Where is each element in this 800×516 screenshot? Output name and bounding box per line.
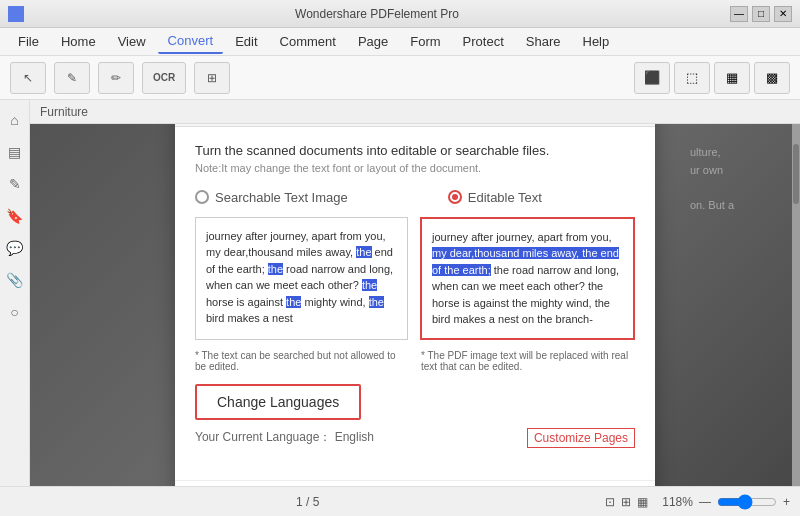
statusbar-right: ⊡ ⊞ ▦ 118% — +: [605, 494, 790, 510]
note-editable: * The PDF image text will be replaced wi…: [421, 350, 635, 372]
sidebar: ⌂ ▤ ✎ 🔖 💬 📎 ○: [0, 100, 30, 486]
breadcrumb-text: Furniture: [40, 105, 88, 119]
restore-btn[interactable]: □: [752, 6, 770, 22]
preview-notes: * The text can be searched but not allow…: [195, 350, 635, 372]
document-area: ulture, ur own on. But a ▤ Optic: [30, 124, 800, 486]
dialog-note: Note:It may change the text font or layo…: [195, 162, 635, 174]
menu-view[interactable]: View: [108, 30, 156, 53]
zoom-level: 118%: [662, 495, 693, 509]
sidebar-attach-icon[interactable]: 📎: [3, 268, 27, 292]
sidebar-edit-icon[interactable]: ✎: [3, 172, 27, 196]
menu-share[interactable]: Share: [516, 30, 571, 53]
layout-btn2[interactable]: ⊞: [621, 495, 631, 509]
close-btn[interactable]: ✕: [774, 6, 792, 22]
sidebar-bookmark-icon[interactable]: 🔖: [3, 204, 27, 228]
window-controls: — □ ✕: [730, 6, 792, 22]
annotate-btn[interactable]: ✏: [98, 62, 134, 94]
select-tool-btn[interactable]: ↖: [10, 62, 46, 94]
dialog-footer: CANCEL OK: [175, 480, 655, 487]
menu-edit[interactable]: Edit: [225, 30, 267, 53]
toolbar-right-btn1[interactable]: ⬛: [634, 62, 670, 94]
titlebar: Wondershare PDFelement Pro — □ ✕: [0, 0, 800, 28]
toolbar-right-btn3[interactable]: ▦: [714, 62, 750, 94]
preview-area: journey after journey, apart from you, m…: [195, 217, 635, 340]
breadcrumb-bar: Furniture: [30, 100, 800, 124]
menubar: File Home View Convert Edit Comment Page…: [0, 28, 800, 56]
dialog-body: Turn the scanned documents into editable…: [175, 127, 655, 480]
dialog-overlay: ▤ Optical Character Recognition (OCR) ✕ …: [30, 124, 800, 486]
sidebar-page-icon[interactable]: ▤: [3, 140, 27, 164]
radio-editable[interactable]: [448, 190, 462, 204]
minimize-btn[interactable]: —: [730, 6, 748, 22]
preview-searchable: journey after journey, apart from you, m…: [195, 217, 408, 340]
menu-comment[interactable]: Comment: [270, 30, 346, 53]
current-lang-value: English: [335, 430, 374, 444]
menu-file[interactable]: File: [8, 30, 49, 53]
radio-searchable[interactable]: [195, 190, 209, 204]
window-title: Wondershare PDFelement Pro: [24, 7, 730, 21]
ocr-btn[interactable]: OCR: [142, 62, 186, 94]
titlebar-left: [8, 6, 24, 22]
menu-form[interactable]: Form: [400, 30, 450, 53]
sidebar-search-icon[interactable]: ○: [3, 300, 27, 324]
option-searchable-label: Searchable Text Image: [215, 190, 348, 205]
dialog-description: Turn the scanned documents into editable…: [195, 143, 635, 158]
preview2-text-start: journey after journey, apart from you,: [432, 231, 612, 243]
menu-help[interactable]: Help: [573, 30, 620, 53]
sidebar-home-icon[interactable]: ⌂: [3, 108, 27, 132]
app-icon: [8, 6, 24, 22]
menu-protect[interactable]: Protect: [453, 30, 514, 53]
zoom-in-btn[interactable]: +: [783, 495, 790, 509]
preview1-highlight5: the: [369, 296, 384, 308]
toolbar: ↖ ✎ ✏ OCR ⊞ ⬛ ⬚ ▦ ▩: [0, 56, 800, 100]
option-editable-label: Editable Text: [468, 190, 542, 205]
statusbar: 1 / 5 ⊡ ⊞ ▦ 118% — +: [0, 486, 800, 516]
toolbar-right-btn4[interactable]: ▩: [754, 62, 790, 94]
option-searchable[interactable]: Searchable Text Image: [195, 190, 348, 205]
customize-pages-link[interactable]: Customize Pages: [527, 428, 635, 448]
preview1-highlight4: the: [286, 296, 301, 308]
preview1-highlight3: the: [362, 279, 377, 291]
ocr-options: Searchable Text Image Editable Text: [195, 190, 635, 205]
sidebar-comment-icon[interactable]: 💬: [3, 236, 27, 260]
layout-btn1[interactable]: ⊡: [605, 495, 615, 509]
toolbar-extra-btn[interactable]: ⊞: [194, 62, 230, 94]
option-editable[interactable]: Editable Text: [448, 190, 542, 205]
preview1-highlight1: the: [356, 246, 371, 258]
change-languages-btn[interactable]: Change Languages: [195, 384, 361, 420]
preview-editable: journey after journey, apart from you, m…: [420, 217, 635, 340]
preview1-highlight2: the: [268, 263, 283, 275]
ocr-dialog: ▤ Optical Character Recognition (OCR) ✕ …: [175, 124, 655, 486]
current-lang-label: Your Current Language：: [195, 430, 331, 444]
menu-convert[interactable]: Convert: [158, 29, 224, 54]
toolbar-right-group: ⬛ ⬚ ▦ ▩: [634, 62, 790, 94]
page-info: 1 / 5: [296, 495, 319, 509]
zoom-slider[interactable]: [717, 494, 777, 510]
zoom-out-btn[interactable]: —: [699, 495, 711, 509]
change-languages-section: Change Languages: [195, 384, 635, 428]
note-searchable: * The text can be searched but not allow…: [195, 350, 409, 372]
toolbar-right-btn2[interactable]: ⬚: [674, 62, 710, 94]
current-lang-area: Your Current Language： English: [195, 429, 374, 446]
menu-home[interactable]: Home: [51, 30, 106, 53]
radio-editable-inner: [452, 194, 458, 200]
layout-btn3[interactable]: ▦: [637, 495, 648, 509]
edit-btn[interactable]: ✎: [54, 62, 90, 94]
language-info-row: Your Current Language： English Customize…: [195, 428, 635, 448]
menu-page[interactable]: Page: [348, 30, 398, 53]
